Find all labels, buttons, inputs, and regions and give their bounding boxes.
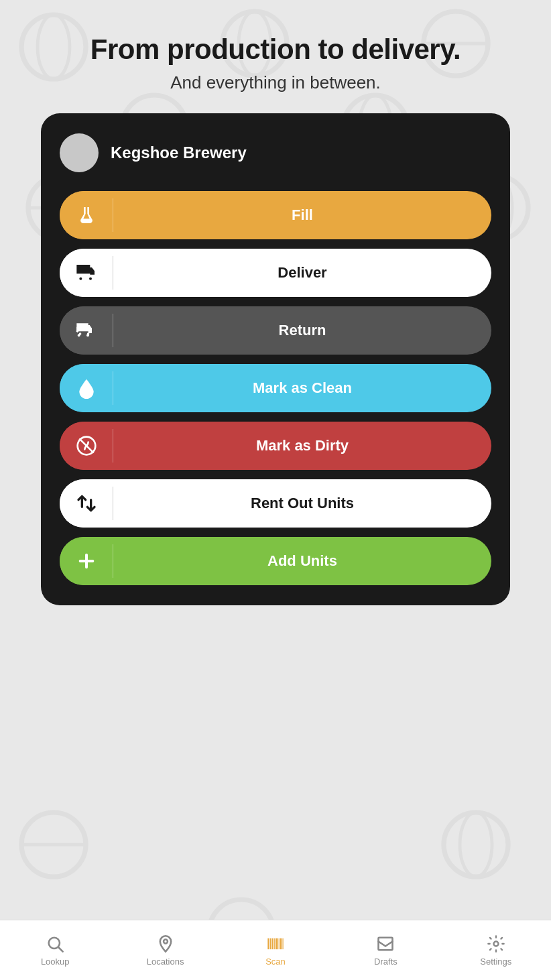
mark-dirty-button[interactable]: Mark as Dirty <box>60 422 491 470</box>
action-buttons: Fill Deliver ↩ <box>60 191 491 585</box>
fill-label: Fill <box>113 206 491 224</box>
drafts-icon <box>376 934 395 953</box>
svg-point-25 <box>164 939 168 943</box>
clean-label: Mark as Clean <box>113 379 491 397</box>
dirty-icon-area <box>60 422 113 470</box>
svg-rect-30 <box>276 938 278 948</box>
app-card: Kegshoe Brewery Fill Deli <box>41 113 510 605</box>
droplet-icon <box>76 377 97 399</box>
swap-icon <box>76 493 97 514</box>
mark-clean-button[interactable]: Mark as Clean <box>60 364 491 412</box>
svg-rect-27 <box>270 938 271 948</box>
svg-rect-26 <box>267 938 269 948</box>
return-icon-area: ↩ <box>60 306 113 355</box>
svg-rect-29 <box>274 938 275 948</box>
sub-title: And everything in between. <box>90 72 461 93</box>
main-title: From production to delivery. <box>90 34 461 66</box>
nav-label-drafts: Drafts <box>374 957 397 967</box>
nav-item-scan[interactable]: Scan <box>221 934 330 967</box>
truck-return-icon: ↩ <box>76 320 97 341</box>
svg-line-24 <box>58 947 62 951</box>
nav-item-lookup[interactable]: Lookup <box>0 934 110 967</box>
svg-point-16 <box>444 812 508 877</box>
nav-label-locations: Locations <box>147 957 184 967</box>
svg-point-14 <box>21 812 86 877</box>
rent-label: Rent Out Units <box>113 495 491 512</box>
svg-point-17 <box>460 812 492 877</box>
deliver-icon-area <box>60 249 113 297</box>
add-label: Add Units <box>113 552 491 570</box>
no-fire-icon <box>76 435 97 456</box>
lookup-icon <box>46 934 64 953</box>
nav-item-settings[interactable]: Settings <box>441 934 551 967</box>
rent-out-button[interactable]: Rent Out Units <box>60 479 491 528</box>
add-icon-area <box>60 537 113 585</box>
svg-rect-32 <box>280 938 282 948</box>
svg-rect-28 <box>271 938 273 948</box>
plus-icon <box>76 550 97 572</box>
header-section: From production to delivery. And everyth… <box>90 34 461 93</box>
nav-label-lookup: Lookup <box>41 957 70 967</box>
bottom-nav: Lookup Locations Scan Drafts <box>0 920 551 980</box>
nav-item-drafts[interactable]: Drafts <box>330 934 440 967</box>
return-label: Return <box>113 322 491 339</box>
flask-icon <box>76 204 97 226</box>
clean-icon-area <box>60 364 113 412</box>
deliver-label: Deliver <box>113 264 491 282</box>
svg-rect-31 <box>279 938 280 948</box>
fill-icon-area <box>60 191 113 239</box>
rent-icon-area <box>60 479 113 528</box>
deliver-button[interactable]: Deliver <box>60 249 491 297</box>
brewery-avatar <box>60 133 99 172</box>
brewery-header: Kegshoe Brewery <box>60 133 491 172</box>
nav-label-scan: Scan <box>265 957 286 967</box>
settings-icon <box>487 934 505 953</box>
svg-rect-33 <box>283 938 284 948</box>
nav-item-locations[interactable]: Locations <box>110 934 220 967</box>
locations-icon <box>156 934 175 953</box>
return-button[interactable]: ↩ Return <box>60 306 491 355</box>
truck-icon <box>76 262 97 284</box>
nav-label-settings: Settings <box>480 957 511 967</box>
svg-point-34 <box>493 941 498 946</box>
scan-icon <box>266 934 285 953</box>
brewery-name: Kegshoe Brewery <box>111 143 247 162</box>
add-units-button[interactable]: Add Units <box>60 537 491 585</box>
page-wrapper: From production to delivery. And everyth… <box>0 0 551 672</box>
fill-button[interactable]: Fill <box>60 191 491 239</box>
svg-line-22 <box>79 439 93 453</box>
dirty-label: Mark as Dirty <box>113 437 491 454</box>
svg-text:↩: ↩ <box>78 325 84 333</box>
